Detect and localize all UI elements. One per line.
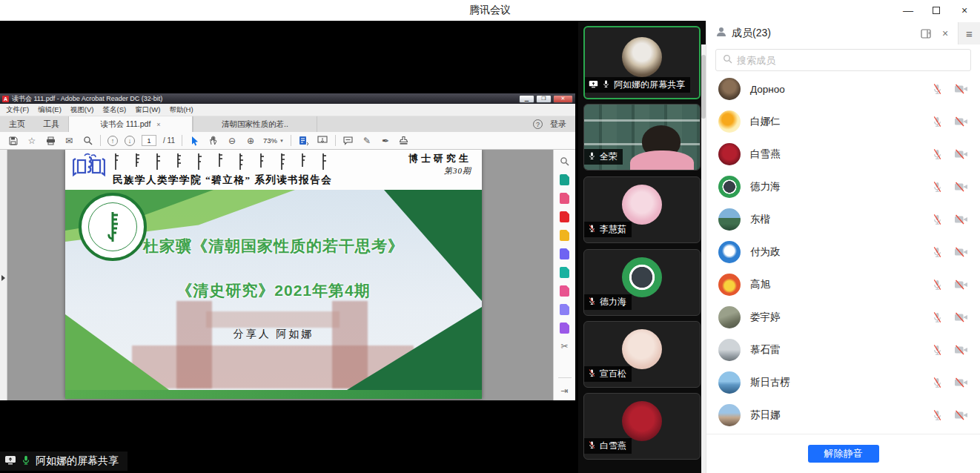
video-thumbnail[interactable]: 全荣 [583, 104, 701, 171]
member-row[interactable]: 慕石雷 [706, 334, 980, 366]
member-list[interactable]: Дорноо 白娜仁 白雪燕 [706, 73, 980, 431]
export-pdf-tool-icon[interactable] [559, 173, 571, 185]
next-page-icon[interactable]: ↓ [125, 136, 135, 146]
menu-help[interactable]: 帮助(H) [169, 105, 193, 115]
video-thumbnail[interactable]: 李慧茹 [583, 176, 701, 243]
camera-off-icon[interactable] [954, 410, 968, 420]
hand-tool-icon[interactable] [208, 135, 219, 147]
fill-sign-tool-icon[interactable] [559, 285, 571, 297]
comment-tool-icon[interactable] [559, 229, 571, 241]
member-row[interactable]: 德力海 [706, 171, 980, 203]
navigation-pane-strip[interactable] [0, 150, 7, 400]
doc-tab-close-icon[interactable]: × [156, 121, 160, 128]
member-row[interactable]: 斯日古楞 [706, 366, 980, 399]
member-row[interactable]: 白娜仁 [706, 105, 980, 138]
member-search-box[interactable] [715, 49, 971, 71]
video-thumbnail[interactable]: 德力海 [583, 249, 701, 316]
comment-icon[interactable] [342, 135, 354, 147]
mic-muted-icon[interactable] [932, 116, 943, 128]
maximize-button[interactable] [925, 1, 947, 19]
camera-off-icon[interactable] [954, 116, 968, 127]
stamp-icon[interactable] [398, 135, 410, 147]
zoom-out-icon[interactable]: ⊖ [226, 135, 238, 147]
video-thumbnail[interactable]: 白雪燕 [583, 393, 701, 460]
doc-tab-current[interactable]: 读书会 111.pdf × [68, 116, 193, 132]
mic-muted-icon[interactable] [932, 409, 943, 421]
camera-off-icon[interactable] [954, 214, 968, 225]
help-icon[interactable]: ? [533, 119, 543, 129]
popout-panel-icon[interactable] [916, 24, 936, 43]
combine-files-tool-icon[interactable] [559, 248, 571, 259]
zoom-level-dropdown[interactable]: 73% ▼ [263, 136, 284, 145]
mic-muted-icon[interactable] [932, 214, 943, 225]
certificates-tool-icon[interactable] [559, 322, 571, 334]
menu-file[interactable]: 文件(F) [6, 105, 29, 115]
unmute-button[interactable]: 解除静音 [808, 445, 879, 463]
menu-window[interactable]: 窗口(W) [135, 105, 160, 115]
favorite-star-icon[interactable]: ☆ [26, 135, 38, 147]
camera-off-icon[interactable] [954, 377, 968, 388]
close-button[interactable]: × [953, 1, 976, 19]
compress-pdf-tool-icon[interactable] [559, 266, 571, 278]
member-row[interactable]: 东楷 [706, 203, 980, 236]
organize-pages-tool-icon[interactable] [559, 192, 571, 204]
camera-off-icon[interactable] [954, 247, 968, 257]
document-area[interactable]: 博士研究生 第30期 民族学人类学学院 “碧立格” 系列读书报告会 [7, 150, 553, 400]
menu-edit[interactable]: 编辑(E) [38, 105, 62, 115]
camera-off-icon[interactable] [954, 312, 968, 322]
tab-tools[interactable]: 工具 [34, 116, 68, 132]
mic-muted-icon[interactable] [932, 311, 943, 323]
member-row[interactable]: 苏日娜 [706, 399, 980, 431]
camera-off-icon[interactable] [954, 149, 968, 159]
minimize-button[interactable]: — [897, 1, 919, 19]
members-panel-title: 成员(23) [732, 27, 771, 40]
fit-width-icon[interactable] [317, 135, 328, 147]
expand-tools-panel-icon[interactable]: ⇥ [559, 385, 571, 397]
mic-muted-icon[interactable] [932, 246, 943, 258]
save-icon[interactable] [7, 135, 19, 147]
member-row[interactable]: Дорноо [706, 73, 980, 105]
sign-pen-icon[interactable]: ✒ [380, 135, 391, 147]
find-tool-icon[interactable] [559, 155, 571, 167]
more-tools-icon[interactable]: ✂ [559, 340, 571, 352]
tab-home[interactable]: 主页 [0, 116, 34, 132]
camera-off-icon[interactable] [954, 280, 968, 290]
mic-muted-icon[interactable] [932, 148, 943, 160]
select-cursor-icon[interactable] [189, 135, 201, 147]
pencil-draw-icon[interactable]: ✎ [361, 135, 373, 147]
page-display-icon[interactable] [298, 135, 310, 147]
member-row[interactable]: 娄宇婷 [706, 301, 980, 334]
doc-tab-other[interactable]: 清朝国家性质的若.. [193, 116, 317, 132]
video-thumbnail[interactable]: 宣百松 [583, 321, 701, 388]
mic-muted-icon[interactable] [932, 181, 943, 193]
panel-menu-icon[interactable]: ≡ [958, 22, 980, 44]
page-number-input[interactable]: 1 [142, 135, 156, 146]
menu-view[interactable]: 视图(V) [70, 105, 94, 115]
close-panel-icon[interactable]: × [936, 24, 955, 43]
mic-muted-icon[interactable] [932, 83, 943, 95]
mic-muted-icon[interactable] [932, 344, 943, 356]
find-icon[interactable] [82, 135, 93, 147]
menu-sign[interactable]: 签名(S) [102, 105, 126, 115]
program-title-block: 博士研究生 第30期 [408, 152, 471, 176]
print-icon[interactable] [44, 135, 56, 147]
email-icon[interactable]: ✉ [63, 135, 75, 147]
create-pdf-tool-icon[interactable] [559, 211, 571, 222]
camera-off-icon[interactable] [954, 84, 968, 94]
acrobat-close-button[interactable]: ✕ [553, 95, 573, 103]
video-thumbnail-sharing[interactable]: 阿如娜的屏幕共享 [583, 26, 701, 99]
protect-tool-icon[interactable] [559, 303, 571, 315]
previous-page-icon[interactable]: ↑ [107, 136, 118, 146]
acrobat-restore-button[interactable]: ❐ [536, 95, 552, 103]
camera-off-icon[interactable] [954, 182, 968, 192]
camera-off-icon[interactable] [954, 345, 968, 355]
sign-in-link[interactable]: 登录 [550, 119, 566, 130]
member-row[interactable]: 付为政 [706, 236, 980, 268]
zoom-in-icon[interactable]: ⊕ [245, 135, 256, 147]
member-row[interactable]: 高旭 [706, 268, 980, 301]
acrobat-minimize-button[interactable]: ▁ [519, 95, 534, 103]
member-row[interactable]: 白雪燕 [706, 138, 980, 171]
mic-muted-icon[interactable] [932, 279, 943, 291]
mic-muted-icon[interactable] [932, 377, 943, 388]
search-input[interactable] [737, 55, 964, 66]
